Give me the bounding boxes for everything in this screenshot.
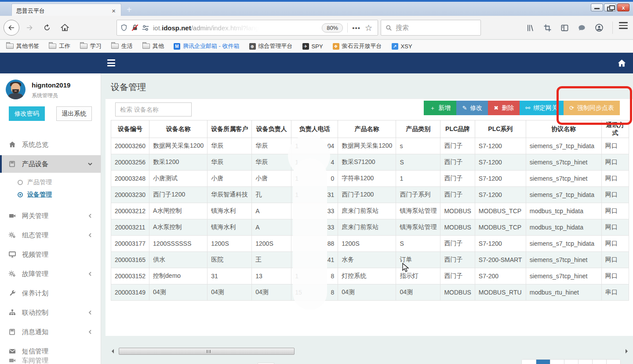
page-button-›[interactable]: › [606,360,620,364]
folder-icon [142,44,150,49]
window-minimize-button[interactable] [591,4,603,11]
horizontal-scrollbar[interactable] [111,348,628,356]
sidebar-subitem-0[interactable]: 产品管理 [0,176,101,189]
bookmark-item[interactable]: ✈SPY [302,43,323,50]
app-navbar [0,53,633,73]
device-search-input[interactable] [115,102,192,116]
sidebar-item-2[interactable]: 网关管理 [0,206,101,226]
column-header[interactable]: 设备负责人 [252,120,291,138]
sidebar-item-4[interactable]: 视频管理 [0,245,101,264]
toolbar-button-1[interactable]: ✎修改 [456,101,488,115]
cell: 庶来门前泵站 [338,219,396,236]
table-row[interactable]: 200003212A水闸控制镇海水利A33庶来门前泵站镇海泵站管理MODBUSM… [111,203,629,219]
bookmark-item[interactable]: 其他 [142,42,164,50]
logout-button[interactable]: 退出系统 [56,106,92,121]
column-header[interactable]: 设备名称 [149,120,207,138]
sidebar-item-0[interactable]: 系统总览 [0,135,101,154]
page-button-5[interactable]: 5 [592,360,606,364]
app-home-icon[interactable] [618,59,626,67]
window-close-button[interactable]: x [617,4,629,11]
bookmark-item[interactable]: M腾讯企业邮箱 - 收件箱 [174,42,240,50]
page-button-2[interactable]: 2 [550,360,564,364]
bookmark-label: 生活 [121,42,133,50]
bookmark-label: XSY [401,43,412,50]
table-row[interactable]: 20000314904测04测04测15804测04测MODBUSMODBUS_… [111,284,629,301]
url-text[interactable]: iot.idosp.net/admin/index.html?lang [153,24,319,32]
browser-search-box[interactable]: 搜索 [381,20,481,36]
sidebar-item-7[interactable]: 联动控制 [0,303,101,322]
toolbar-button-0[interactable]: ＋新增 [424,101,456,115]
scroll-right-icon[interactable] [626,349,628,353]
sidebar-collapse-icon[interactable] [107,59,115,66]
sidebar-item-1[interactable]: 产品设备 [0,155,101,173]
sidebar-subitem-1[interactable]: 设备管理 [0,189,101,201]
bookmark-item[interactable]: 生活 [111,42,133,50]
sidebar-item-5[interactable]: 故障管理 [0,264,101,284]
sidebar-menu: 系统总览产品设备产品管理设备管理网关管理组态管理视频管理故障管理保养计划联动控制… [0,135,101,361]
cell: 西门子 [440,268,475,284]
page-button-‹[interactable]: ‹ [522,360,536,364]
library-icon[interactable] [526,24,535,32]
screenshot-icon[interactable] [543,24,552,32]
bookmark-item[interactable]: ↗XSY [392,43,412,50]
sidebar-item-6[interactable]: 保养计划 [0,284,101,303]
firefox-menu-icon[interactable] [619,22,628,29]
column-header[interactable]: 设备编号 [111,120,149,138]
sidebar-item-8[interactable]: 消息通知 [0,322,101,342]
sidebar-item-label: 组态管理 [22,231,81,240]
sidebar-item-3[interactable]: 组态管理 [0,226,101,245]
permissions-icon[interactable] [142,24,149,31]
table-row[interactable]: 200003211A水泵控制镇海水利A33庶来门前泵站镇海泵站管理MODBUSM… [111,219,629,236]
toolbar-button-2[interactable]: ✖删除 [488,101,520,115]
chevron-down-icon [87,161,93,167]
page-actions-icon[interactable]: ••• [352,24,360,32]
toolbar-button-3[interactable]: ⚯绑定网关 [520,101,564,115]
sidebar-item-10[interactable]: 车间管理 [0,351,56,364]
new-tab-button[interactable]: + [127,5,132,14]
change-password-button[interactable]: 修改密码 [9,106,45,121]
table-row[interactable]: 200003260数据网关采集1200华辰华辰104数据网关采集1200s西门子… [111,138,629,154]
column-header[interactable]: 产品名称 [338,120,396,138]
bookmark-item[interactable]: ❖萤石云开放平台 [333,42,382,50]
page-button-3[interactable]: 3 [564,360,578,364]
table-row[interactable]: 200003248小唐测试小唐小唐10字符串12001西门子S7-1200sie… [111,171,629,187]
scrollbar-thumb[interactable] [119,348,295,355]
table-row[interactable]: 200003152控制demo311318灯控系统指示灯西门子S7-200sie… [111,268,629,284]
window-restore-button[interactable] [604,4,616,11]
tab-close-icon[interactable]: × [111,7,116,15]
table-row[interactable]: 200003165供水医院王41水务订单西门子S7-200-SMARTsieme… [111,252,629,268]
home-button[interactable] [57,20,72,35]
column-header[interactable]: 产品类别 [396,120,440,138]
back-button[interactable] [4,20,19,36]
shield-icon[interactable] [120,24,127,32]
bookmark-item[interactable]: 学习 [80,42,102,50]
reload-button[interactable] [40,20,55,35]
pocket-chat-icon[interactable] [578,24,586,32]
zoom-level-badge[interactable]: 80% [322,23,343,33]
toolbar-button-4[interactable]: ⟳强制同步点表 [564,101,620,115]
column-header[interactable]: PLC系列 [475,120,526,138]
column-header[interactable]: 设备所属客户 [207,120,252,138]
table-row[interactable]: 2000031771200SSSSSS1200S1200S881200SS西门子… [111,236,629,252]
table-row[interactable]: 200003230西门子1200华辰智通科技孔131西门子1200西门子系列西门… [111,187,629,203]
bookmark-item[interactable]: ⊕综合管理平台 [249,42,293,50]
bookmark-item[interactable]: 工作 [49,42,70,50]
column-header[interactable]: 协议名称 [526,120,601,138]
column-header[interactable]: PLC品牌 [440,120,475,138]
forward-button[interactable] [22,20,37,35]
cell: 小唐测试 [149,171,207,187]
table-row[interactable]: 200003256数采1200华辰华辰14数采S71200S西门子S7-1200… [111,154,629,171]
url-bar[interactable]: iot.idosp.net/admin/index.html?lang 80% … [116,20,378,36]
cell: 华辰 [252,154,291,171]
bookmark-item[interactable]: 其他书签 [6,42,39,50]
account-icon[interactable] [595,23,604,32]
refresh-icon: ⟳ [569,105,574,111]
sidebar-toggle-icon[interactable] [560,24,569,32]
column-header[interactable]: 通讯方式 [601,120,629,138]
scroll-left-icon[interactable] [112,349,114,353]
page-button-1[interactable]: 1 [536,360,550,364]
insecure-lock-icon[interactable] [131,24,139,32]
app-icon: ❖ [333,43,339,50]
page-button-4[interactable]: 4 [578,360,592,364]
bookmark-star-icon[interactable]: ☆ [365,23,372,33]
